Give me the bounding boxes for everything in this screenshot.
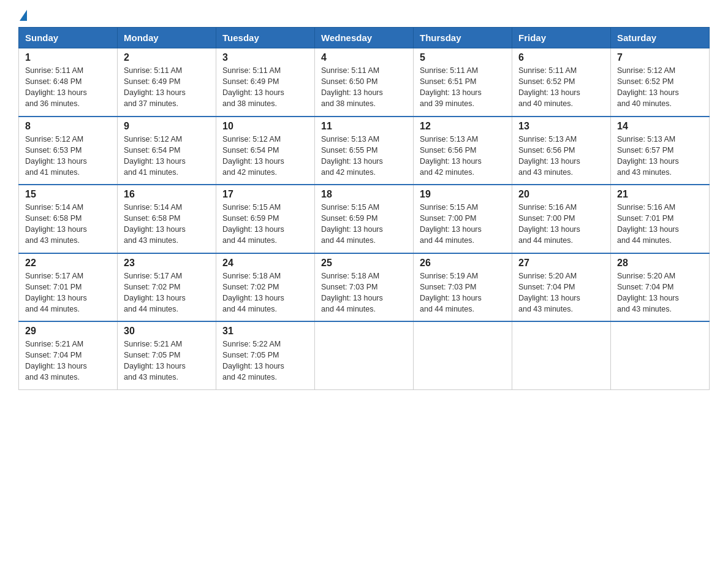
calendar-cell: 23Sunrise: 5:17 AMSunset: 7:02 PMDayligh… [118, 253, 216, 322]
calendar-cell: 6Sunrise: 5:11 AMSunset: 6:52 PMDaylight… [512, 48, 611, 117]
calendar-cell: 7Sunrise: 5:12 AMSunset: 6:52 PMDaylight… [611, 48, 710, 117]
day-number: 23 [124, 258, 210, 269]
day-number: 26 [420, 258, 506, 269]
calendar-week-row: 1Sunrise: 5:11 AMSunset: 6:48 PMDaylight… [19, 48, 710, 117]
day-number: 17 [222, 189, 308, 200]
day-info: Sunrise: 5:11 AMSunset: 6:50 PMDaylight:… [321, 65, 407, 110]
day-info: Sunrise: 5:14 AMSunset: 6:58 PMDaylight:… [25, 202, 111, 247]
day-info: Sunrise: 5:13 AMSunset: 6:56 PMDaylight:… [518, 134, 604, 178]
calendar-week-row: 15Sunrise: 5:14 AMSunset: 6:58 PMDayligh… [19, 185, 710, 253]
day-number: 3 [222, 52, 308, 63]
calendar-cell: 25Sunrise: 5:18 AMSunset: 7:03 PMDayligh… [315, 253, 414, 322]
weekday-header-wednesday: Wednesday [315, 28, 414, 48]
day-info: Sunrise: 5:17 AMSunset: 7:02 PMDaylight:… [124, 270, 210, 315]
day-number: 4 [321, 52, 407, 63]
day-info: Sunrise: 5:13 AMSunset: 6:55 PMDaylight:… [321, 134, 407, 178]
weekday-header-tuesday: Tuesday [216, 28, 315, 48]
calendar-cell: 24Sunrise: 5:18 AMSunset: 7:02 PMDayligh… [216, 253, 315, 322]
day-number: 19 [420, 189, 506, 200]
calendar-cell: 26Sunrise: 5:19 AMSunset: 7:03 PMDayligh… [414, 253, 512, 322]
day-info: Sunrise: 5:15 AMSunset: 7:00 PMDaylight:… [420, 202, 506, 247]
day-number: 8 [25, 121, 111, 132]
day-number: 13 [518, 121, 604, 132]
calendar-cell [611, 321, 710, 389]
calendar-cell: 28Sunrise: 5:20 AMSunset: 7:04 PMDayligh… [611, 253, 710, 322]
calendar-week-row: 22Sunrise: 5:17 AMSunset: 7:01 PMDayligh… [19, 253, 710, 322]
calendar-week-row: 8Sunrise: 5:12 AMSunset: 6:53 PMDaylight… [19, 117, 710, 185]
calendar-cell: 13Sunrise: 5:13 AMSunset: 6:56 PMDayligh… [512, 117, 611, 185]
calendar-cell: 31Sunrise: 5:22 AMSunset: 7:05 PMDayligh… [216, 321, 315, 389]
day-number: 5 [420, 52, 506, 63]
calendar-cell: 30Sunrise: 5:21 AMSunset: 7:05 PMDayligh… [118, 321, 216, 389]
calendar-cell: 15Sunrise: 5:14 AMSunset: 6:58 PMDayligh… [19, 185, 118, 253]
logo [18, 12, 27, 21]
day-info: Sunrise: 5:16 AMSunset: 7:01 PMDaylight:… [617, 202, 703, 247]
calendar-table: SundayMondayTuesdayWednesdayThursdayFrid… [18, 27, 710, 390]
calendar-cell: 17Sunrise: 5:15 AMSunset: 6:59 PMDayligh… [216, 185, 315, 253]
calendar-cell: 2Sunrise: 5:11 AMSunset: 6:49 PMDaylight… [118, 48, 216, 117]
day-info: Sunrise: 5:13 AMSunset: 6:57 PMDaylight:… [617, 134, 703, 178]
calendar-cell [414, 321, 512, 389]
day-info: Sunrise: 5:14 AMSunset: 6:58 PMDaylight:… [124, 202, 210, 247]
calendar-cell: 29Sunrise: 5:21 AMSunset: 7:04 PMDayligh… [19, 321, 118, 389]
day-info: Sunrise: 5:12 AMSunset: 6:54 PMDaylight:… [124, 134, 210, 178]
day-info: Sunrise: 5:11 AMSunset: 6:48 PMDaylight:… [25, 65, 111, 110]
day-number: 14 [617, 121, 703, 132]
calendar-week-row: 29Sunrise: 5:21 AMSunset: 7:04 PMDayligh… [19, 321, 710, 389]
day-info: Sunrise: 5:20 AMSunset: 7:04 PMDaylight:… [518, 270, 604, 315]
calendar-cell: 16Sunrise: 5:14 AMSunset: 6:58 PMDayligh… [118, 185, 216, 253]
day-info: Sunrise: 5:17 AMSunset: 7:01 PMDaylight:… [25, 270, 111, 315]
day-number: 9 [124, 121, 210, 132]
calendar-cell: 21Sunrise: 5:16 AMSunset: 7:01 PMDayligh… [611, 185, 710, 253]
weekday-header-friday: Friday [512, 28, 611, 48]
calendar-cell: 1Sunrise: 5:11 AMSunset: 6:48 PMDaylight… [19, 48, 118, 117]
day-info: Sunrise: 5:11 AMSunset: 6:49 PMDaylight:… [124, 65, 210, 110]
day-info: Sunrise: 5:18 AMSunset: 7:03 PMDaylight:… [321, 270, 407, 315]
day-info: Sunrise: 5:20 AMSunset: 7:04 PMDaylight:… [617, 270, 703, 315]
day-info: Sunrise: 5:22 AMSunset: 7:05 PMDaylight:… [222, 339, 308, 383]
day-info: Sunrise: 5:16 AMSunset: 7:00 PMDaylight:… [518, 202, 604, 247]
calendar-cell: 9Sunrise: 5:12 AMSunset: 6:54 PMDaylight… [118, 117, 216, 185]
calendar-cell: 12Sunrise: 5:13 AMSunset: 6:56 PMDayligh… [414, 117, 512, 185]
day-info: Sunrise: 5:19 AMSunset: 7:03 PMDaylight:… [420, 270, 506, 315]
day-number: 24 [222, 258, 308, 269]
day-info: Sunrise: 5:11 AMSunset: 6:51 PMDaylight:… [420, 65, 506, 110]
calendar-cell: 18Sunrise: 5:15 AMSunset: 6:59 PMDayligh… [315, 185, 414, 253]
day-info: Sunrise: 5:21 AMSunset: 7:05 PMDaylight:… [124, 339, 210, 383]
logo-triangle-icon [20, 10, 27, 21]
day-info: Sunrise: 5:21 AMSunset: 7:04 PMDaylight:… [25, 339, 111, 383]
weekday-header-saturday: Saturday [611, 28, 710, 48]
day-number: 28 [617, 258, 703, 269]
calendar-cell: 8Sunrise: 5:12 AMSunset: 6:53 PMDaylight… [19, 117, 118, 185]
calendar-cell: 10Sunrise: 5:12 AMSunset: 6:54 PMDayligh… [216, 117, 315, 185]
calendar-cell: 27Sunrise: 5:20 AMSunset: 7:04 PMDayligh… [512, 253, 611, 322]
day-number: 7 [617, 52, 703, 63]
day-number: 27 [518, 258, 604, 269]
day-info: Sunrise: 5:11 AMSunset: 6:49 PMDaylight:… [222, 65, 308, 110]
day-info: Sunrise: 5:12 AMSunset: 6:52 PMDaylight:… [617, 65, 703, 110]
day-number: 16 [124, 189, 210, 200]
day-number: 31 [222, 326, 308, 337]
day-number: 22 [25, 258, 111, 269]
day-number: 25 [321, 258, 407, 269]
day-number: 15 [25, 189, 111, 200]
weekday-header-thursday: Thursday [414, 28, 512, 48]
calendar-cell: 19Sunrise: 5:15 AMSunset: 7:00 PMDayligh… [414, 185, 512, 253]
calendar-cell: 4Sunrise: 5:11 AMSunset: 6:50 PMDaylight… [315, 48, 414, 117]
weekday-header-sunday: Sunday [19, 28, 118, 48]
day-info: Sunrise: 5:15 AMSunset: 6:59 PMDaylight:… [321, 202, 407, 247]
day-number: 6 [518, 52, 604, 63]
day-number: 29 [25, 326, 111, 337]
day-number: 2 [124, 52, 210, 63]
day-info: Sunrise: 5:13 AMSunset: 6:56 PMDaylight:… [420, 134, 506, 178]
calendar-cell: 11Sunrise: 5:13 AMSunset: 6:55 PMDayligh… [315, 117, 414, 185]
day-number: 10 [222, 121, 308, 132]
day-info: Sunrise: 5:18 AMSunset: 7:02 PMDaylight:… [222, 270, 308, 315]
day-number: 21 [617, 189, 703, 200]
day-number: 18 [321, 189, 407, 200]
day-number: 11 [321, 121, 407, 132]
calendar-cell: 5Sunrise: 5:11 AMSunset: 6:51 PMDaylight… [414, 48, 512, 117]
day-number: 20 [518, 189, 604, 200]
day-number: 30 [124, 326, 210, 337]
page-header [18, 12, 710, 21]
